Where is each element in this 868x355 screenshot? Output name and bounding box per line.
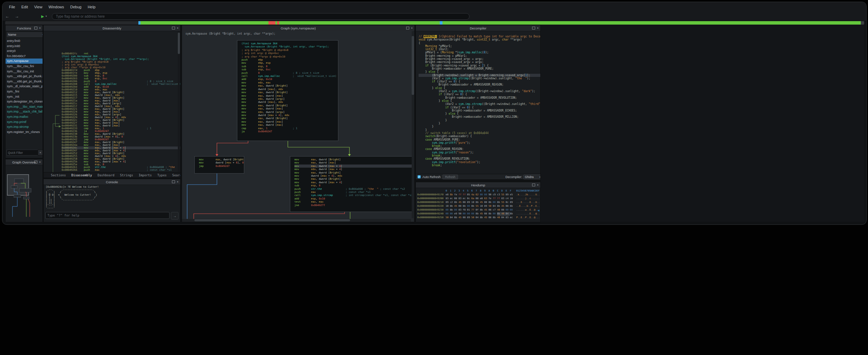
- decompiler-line[interactable]: sym.imp.printf("pure");: [419, 141, 541, 144]
- decompiler-line[interactable]: Bright->ambassador = AMBASSADOR_REASON;: [419, 83, 541, 86]
- asm-line[interactable]: 0x0804924amoveax, dword [eax]: [62, 144, 181, 147]
- asm-line[interactable]: cmpeax, 1; 1: [241, 127, 338, 130]
- asm-line[interactable]: moveax, dword [Bright]: [241, 104, 338, 107]
- function-item[interactable]: sym.__x86.get_pc_thunk.bp: [6, 74, 43, 79]
- hex-row[interactable]: 0x000000000804925050048b45088950048b4508…: [417, 216, 540, 220]
- back-icon[interactable]: ←: [2, 14, 12, 19]
- decompiler-line[interactable]: sym.imp.printf("revolution");: [419, 161, 541, 164]
- asm-line[interactable]: movdword [eax + 4], edx: [241, 114, 338, 117]
- asm-line[interactable]: 0x0804922cmoveax, dword [Bright]: [62, 119, 181, 122]
- hex-row[interactable]: 0x00000000080492400000e9900000008b45088b…: [417, 212, 540, 216]
- decompiler-line[interactable]: {: [419, 42, 541, 45]
- asm-line[interactable]: 0x08049208callsym.imp.malloc; void *mall…: [62, 83, 181, 86]
- decompiler-line[interactable]: pMVar1 = (Morning *)sym.imp.malloc(8);: [419, 51, 541, 54]
- asm-line[interactable]: 0x08049233cmpeax, 1; 1: [62, 127, 181, 130]
- decompiler-line[interactable]: } else {: [419, 70, 541, 73]
- asm-line[interactable]: 0x08049258moveax, dword [Bright]: [62, 158, 181, 160]
- graph-block-false[interactable]: moveax, dword [Bright]movdword [eax + 8]…: [194, 156, 244, 174]
- asm-line[interactable]: subesp, 0xc: [241, 68, 338, 71]
- decompiler-header[interactable]: Decompiler ×: [416, 25, 540, 31]
- asm-line[interactable]: pusheax; const char *s1: [294, 190, 414, 194]
- decompiler-line[interactable]: }: [419, 125, 541, 128]
- decompiler-select[interactable]: Ghidra ▼: [523, 175, 541, 179]
- tab-search[interactable]: Search: [170, 174, 181, 177]
- asm-line[interactable]: moveax, dword [Bright]: [199, 158, 244, 161]
- asm-line[interactable]: pushstr.the; 0x804a008 ; "the " ; const …: [294, 187, 414, 190]
- decompiler-line[interactable]: } else {: [419, 87, 541, 90]
- asm-line[interactable]: jmp0x80492d7: [199, 165, 244, 168]
- asm-line[interactable]: moveax, dword [Bright]: [294, 158, 414, 161]
- menu-debug[interactable]: Debug: [67, 4, 84, 10]
- function-item[interactable]: sym.__libc_csu_fini: [6, 64, 43, 69]
- tab-disassembly[interactable]: Disassembly: [69, 174, 94, 177]
- asm-line[interactable]: callsym.imp.strcmp; int strcmp(const cha…: [294, 194, 414, 197]
- decompiler-line[interactable]: Morning *pMVar1;: [419, 45, 541, 48]
- decompiler-line[interactable]: }: [419, 122, 541, 125]
- decompiler-line[interactable]: if (iVar2 == 0) {: [419, 93, 541, 96]
- function-item[interactable]: sym._init: [6, 94, 43, 99]
- graph-header[interactable]: Graph (sym.Aeropause) ×: [182, 25, 414, 31]
- asm-line[interactable]: movedx, dword [eax + 4]: [294, 168, 414, 171]
- function-item[interactable]: sym._fini: [6, 89, 43, 94]
- asm-line[interactable]: ; arg Bright *Bright @ ebp+0x8: [62, 61, 181, 63]
- decompiler-line[interactable]: }: [419, 128, 541, 132]
- asm-line[interactable]: ja0x8049247: [241, 130, 338, 133]
- decompiler-line[interactable]: iVar2 = sym.imp.strcmp((Bright->window).…: [419, 77, 541, 80]
- menu-help[interactable]: Help: [84, 4, 99, 10]
- chevron-left-icon[interactable]: «: [538, 208, 540, 212]
- asm-line[interactable]: moveax, dword [Bright]: [241, 117, 338, 120]
- asm-line[interactable]: moveax, dword [eax]: [241, 94, 338, 97]
- decompiler-line[interactable]: iVar2 = sym.imp.strcmp((Bright->window).…: [419, 90, 541, 93]
- asm-line[interactable]: 0x08049212moveax, dword [Bright]: [62, 91, 181, 94]
- function-item[interactable]: sym.imp.printf: [6, 119, 43, 125]
- seek-segment[interactable]: [279, 21, 440, 25]
- undock-icon[interactable]: [532, 27, 535, 29]
- disassembly-header[interactable]: Disassembly ×: [44, 25, 180, 31]
- asm-line[interactable]: moveax, dword [eax]: [241, 107, 338, 110]
- asm-line[interactable]: 0x080491fdpushebp: [62, 69, 181, 72]
- undock-icon[interactable]: [34, 27, 37, 29]
- graph-minimap[interactable]: [6, 165, 42, 221]
- asm-line[interactable]: 0x080491femovebp, esp: [62, 72, 181, 74]
- function-item[interactable]: sym._dl_relocate_static_pie: [6, 84, 43, 89]
- asm-line[interactable]: 0x08049210movedx, eax: [62, 88, 181, 91]
- asm-line[interactable]: 0x08049215movdword [eax], edx: [62, 94, 181, 97]
- menu-edit[interactable]: Edit: [18, 4, 31, 10]
- asm-line[interactable]: 0x0804921cmovedx, dword [argc]: [62, 102, 181, 105]
- close-icon[interactable]: ×: [177, 180, 179, 184]
- hex-row[interactable]: 0x000000000804920083ec0883ec0c6a08e863fe…: [417, 197, 540, 201]
- asm-line[interactable]: (fcn) sym.Aeropause 364: [241, 42, 338, 45]
- decompiler-line[interactable]: break;: [419, 154, 541, 157]
- seek-segment[interactable]: [861, 21, 864, 25]
- undock-icon[interactable]: [532, 184, 535, 186]
- asm-line[interactable]: 0x08049236ja0x8049247: [62, 130, 181, 133]
- asm-line[interactable]: moveax, dword [eax]: [241, 120, 338, 123]
- menu-file[interactable]: File: [6, 4, 18, 10]
- asm-line[interactable]: moveax, dword [Bright]: [294, 171, 414, 174]
- decompiler-line[interactable]: iVar2 = sym.imp.strcmp((Bright->window).…: [419, 103, 541, 106]
- asm-line[interactable]: 0x08049261pushstr.the; 0x804a008 ; "the …: [62, 166, 181, 169]
- function-item[interactable]: sym.deregister_tm_clones: [6, 99, 43, 104]
- asm-line[interactable]: moveax, dword [Bright]: [294, 177, 414, 180]
- asm-line[interactable]: moveax, dword [Bright]: [241, 91, 338, 94]
- decompiler-line[interactable]: Bright->morning = pMVar1;: [419, 54, 541, 57]
- seek-segment[interactable]: [140, 21, 268, 25]
- asm-line[interactable]: 0x08049252moveax, dword [Bright]: [62, 152, 181, 155]
- asm-line[interactable]: 0x08049217moveax, dword [Bright]: [62, 97, 181, 99]
- tab-strings[interactable]: Strings: [118, 174, 136, 177]
- asm-line[interactable]: movdword [eax], edx: [241, 88, 338, 91]
- function-item[interactable]: entry0: [6, 48, 43, 54]
- decompiler-line[interactable]: }: [419, 119, 541, 122]
- functions-panel-header[interactable]: Functions ×: [6, 25, 43, 31]
- asm-line[interactable]: ; arg char **argv @ ebp+0x10: [241, 55, 338, 58]
- disassembly-scrollbar[interactable]: [178, 31, 180, 172]
- close-icon[interactable]: ×: [537, 184, 539, 187]
- function-item[interactable]: sym.imp.__stack_chk_fail: [6, 109, 43, 114]
- graph-block-true[interactable]: moveax, dword [Bright]moveax, dword [eax…: [290, 156, 414, 212]
- asm-line[interactable]: 0x08049247moveax, dword [Bright]: [62, 141, 181, 144]
- seek-segment[interactable]: [268, 21, 275, 25]
- decompiler-line[interactable]: } else {: [419, 99, 541, 103]
- decompiler-line[interactable]: case AMBASSADOR_PURE:: [419, 138, 541, 141]
- asm-line[interactable]: 0x0804925bmoveax, dword [eax + 4]: [62, 160, 181, 163]
- undock-icon[interactable]: [172, 27, 175, 29]
